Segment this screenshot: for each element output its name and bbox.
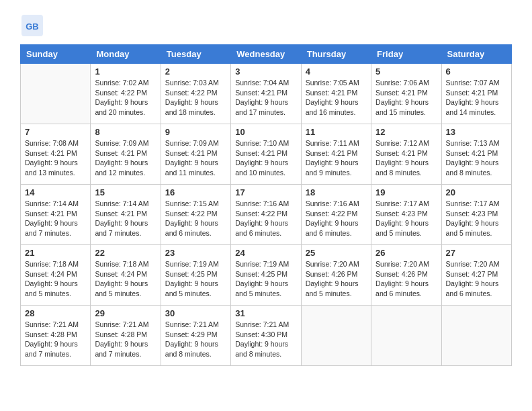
- day-number: 26: [375, 248, 437, 258]
- calendar-cell: 18Sunrise: 7:16 AM Sunset: 4:22 PM Dayli…: [301, 185, 371, 245]
- logo: GB: [20, 13, 47, 38]
- day-number: 27: [446, 248, 507, 258]
- day-number: 6: [446, 66, 507, 77]
- calendar-cell: 2Sunrise: 7:03 AM Sunset: 4:22 PM Daylig…: [161, 64, 230, 124]
- day-info: Sunrise: 7:21 AM Sunset: 4:28 PM Dayligh…: [25, 320, 86, 359]
- day-info: Sunrise: 7:17 AM Sunset: 4:23 PM Dayligh…: [446, 199, 507, 238]
- day-number: 14: [25, 187, 86, 197]
- day-info: Sunrise: 7:15 AM Sunset: 4:22 PM Dayligh…: [165, 199, 226, 238]
- day-number: 15: [95, 187, 156, 197]
- day-number: 22: [95, 248, 156, 258]
- calendar-cell: 12Sunrise: 7:12 AM Sunset: 4:21 PM Dayli…: [371, 124, 441, 185]
- day-info: Sunrise: 7:11 AM Sunset: 4:21 PM Dayligh…: [306, 138, 367, 178]
- day-info: Sunrise: 7:09 AM Sunset: 4:21 PM Dayligh…: [165, 138, 226, 178]
- calendar-cell: [301, 306, 371, 366]
- day-number: 5: [375, 66, 437, 77]
- day-number: 3: [235, 66, 296, 77]
- day-info: Sunrise: 7:12 AM Sunset: 4:21 PM Dayligh…: [375, 138, 437, 178]
- calendar-cell: [441, 306, 511, 366]
- logo-icon: GB: [20, 13, 44, 38]
- header-saturday: Saturday: [441, 45, 511, 64]
- header-monday: Monday: [91, 45, 161, 64]
- calendar-cell: 9Sunrise: 7:09 AM Sunset: 4:21 PM Daylig…: [161, 124, 230, 185]
- header-friday: Friday: [371, 45, 441, 64]
- calendar-cell: 11Sunrise: 7:11 AM Sunset: 4:21 PM Dayli…: [301, 124, 371, 185]
- calendar-cell: 19Sunrise: 7:17 AM Sunset: 4:23 PM Dayli…: [371, 185, 441, 245]
- calendar-cell: 8Sunrise: 7:09 AM Sunset: 4:21 PM Daylig…: [91, 124, 161, 185]
- day-info: Sunrise: 7:14 AM Sunset: 4:21 PM Dayligh…: [25, 199, 86, 238]
- day-number: 17: [235, 187, 296, 197]
- header-tuesday: Tuesday: [161, 45, 230, 64]
- calendar-cell: 20Sunrise: 7:17 AM Sunset: 4:23 PM Dayli…: [441, 185, 511, 245]
- calendar-cell: 10Sunrise: 7:10 AM Sunset: 4:21 PM Dayli…: [231, 124, 301, 185]
- calendar-cell: 26Sunrise: 7:20 AM Sunset: 4:26 PM Dayli…: [371, 245, 441, 306]
- calendar-header-row: SundayMondayTuesdayWednesdayThursdayFrid…: [21, 45, 512, 64]
- header-sunday: Sunday: [21, 45, 91, 64]
- calendar-cell: 3Sunrise: 7:04 AM Sunset: 4:21 PM Daylig…: [231, 64, 301, 124]
- day-info: Sunrise: 7:04 AM Sunset: 4:21 PM Dayligh…: [235, 78, 296, 118]
- day-number: 2: [165, 66, 226, 77]
- day-number: 9: [165, 127, 226, 137]
- day-info: Sunrise: 7:09 AM Sunset: 4:21 PM Dayligh…: [95, 138, 156, 178]
- day-number: 4: [306, 66, 367, 77]
- day-number: 12: [375, 127, 437, 137]
- day-number: 29: [95, 308, 156, 318]
- calendar-cell: 14Sunrise: 7:14 AM Sunset: 4:21 PM Dayli…: [21, 185, 91, 245]
- calendar-week-4: 21Sunrise: 7:18 AM Sunset: 4:24 PM Dayli…: [21, 245, 512, 306]
- day-info: Sunrise: 7:07 AM Sunset: 4:21 PM Dayligh…: [446, 78, 507, 118]
- day-number: 21: [25, 248, 86, 258]
- header-wednesday: Wednesday: [231, 45, 301, 64]
- day-info: Sunrise: 7:17 AM Sunset: 4:23 PM Dayligh…: [375, 199, 437, 238]
- calendar-cell: 5Sunrise: 7:06 AM Sunset: 4:21 PM Daylig…: [371, 64, 441, 124]
- day-info: Sunrise: 7:08 AM Sunset: 4:21 PM Dayligh…: [25, 138, 86, 178]
- day-info: Sunrise: 7:21 AM Sunset: 4:30 PM Dayligh…: [235, 320, 296, 359]
- day-info: Sunrise: 7:16 AM Sunset: 4:22 PM Dayligh…: [235, 199, 296, 238]
- day-number: 1: [95, 66, 156, 77]
- day-info: Sunrise: 7:06 AM Sunset: 4:21 PM Dayligh…: [375, 78, 437, 118]
- day-info: Sunrise: 7:10 AM Sunset: 4:21 PM Dayligh…: [235, 138, 296, 178]
- calendar-cell: 17Sunrise: 7:16 AM Sunset: 4:22 PM Dayli…: [231, 185, 301, 245]
- day-info: Sunrise: 7:18 AM Sunset: 4:24 PM Dayligh…: [25, 259, 86, 299]
- calendar-cell: 27Sunrise: 7:20 AM Sunset: 4:27 PM Dayli…: [441, 245, 511, 306]
- day-number: 23: [165, 248, 226, 258]
- calendar-cell: [21, 64, 91, 124]
- calendar-table: SundayMondayTuesdayWednesdayThursdayFrid…: [20, 44, 512, 366]
- day-info: Sunrise: 7:14 AM Sunset: 4:21 PM Dayligh…: [95, 199, 156, 238]
- calendar-cell: 4Sunrise: 7:05 AM Sunset: 4:21 PM Daylig…: [301, 64, 371, 124]
- svg-text:GB: GB: [26, 21, 39, 32]
- calendar-cell: 7Sunrise: 7:08 AM Sunset: 4:21 PM Daylig…: [21, 124, 91, 185]
- day-number: 8: [95, 127, 156, 137]
- page-header: GB: [20, 13, 512, 38]
- calendar-cell: 13Sunrise: 7:13 AM Sunset: 4:21 PM Dayli…: [441, 124, 511, 185]
- calendar-week-3: 14Sunrise: 7:14 AM Sunset: 4:21 PM Dayli…: [21, 185, 512, 245]
- day-info: Sunrise: 7:21 AM Sunset: 4:28 PM Dayligh…: [95, 320, 156, 359]
- day-info: Sunrise: 7:21 AM Sunset: 4:29 PM Dayligh…: [165, 320, 226, 359]
- day-info: Sunrise: 7:19 AM Sunset: 4:25 PM Dayligh…: [165, 259, 226, 299]
- day-info: Sunrise: 7:20 AM Sunset: 4:26 PM Dayligh…: [306, 259, 367, 299]
- day-number: 31: [235, 308, 296, 318]
- day-number: 25: [306, 248, 367, 258]
- day-info: Sunrise: 7:20 AM Sunset: 4:26 PM Dayligh…: [375, 259, 437, 299]
- day-number: 24: [235, 248, 296, 258]
- day-number: 7: [25, 127, 86, 137]
- day-number: 30: [165, 308, 226, 318]
- day-number: 16: [165, 187, 226, 197]
- day-info: Sunrise: 7:19 AM Sunset: 4:25 PM Dayligh…: [235, 259, 296, 299]
- day-number: 18: [306, 187, 367, 197]
- calendar-cell: 30Sunrise: 7:21 AM Sunset: 4:29 PM Dayli…: [161, 306, 230, 366]
- calendar-cell: 1Sunrise: 7:02 AM Sunset: 4:22 PM Daylig…: [91, 64, 161, 124]
- day-info: Sunrise: 7:20 AM Sunset: 4:27 PM Dayligh…: [446, 259, 507, 299]
- calendar-cell: 29Sunrise: 7:21 AM Sunset: 4:28 PM Dayli…: [91, 306, 161, 366]
- day-number: 20: [446, 187, 507, 197]
- calendar-week-2: 7Sunrise: 7:08 AM Sunset: 4:21 PM Daylig…: [21, 124, 512, 185]
- calendar-week-1: 1Sunrise: 7:02 AM Sunset: 4:22 PM Daylig…: [21, 64, 512, 124]
- calendar-cell: 28Sunrise: 7:21 AM Sunset: 4:28 PM Dayli…: [21, 306, 91, 366]
- calendar-cell: 22Sunrise: 7:18 AM Sunset: 4:24 PM Dayli…: [91, 245, 161, 306]
- calendar-cell: 25Sunrise: 7:20 AM Sunset: 4:26 PM Dayli…: [301, 245, 371, 306]
- calendar-week-5: 28Sunrise: 7:21 AM Sunset: 4:28 PM Dayli…: [21, 306, 512, 366]
- calendar-cell: 16Sunrise: 7:15 AM Sunset: 4:22 PM Dayli…: [161, 185, 230, 245]
- header-thursday: Thursday: [301, 45, 371, 64]
- day-info: Sunrise: 7:16 AM Sunset: 4:22 PM Dayligh…: [306, 199, 367, 238]
- calendar-cell: 23Sunrise: 7:19 AM Sunset: 4:25 PM Dayli…: [161, 245, 230, 306]
- day-number: 11: [306, 127, 367, 137]
